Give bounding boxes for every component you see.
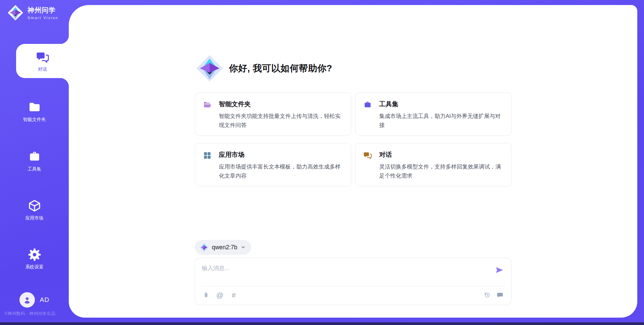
sidebar-item-label: 工具集 xyxy=(28,166,41,172)
card-title: 智能文件夹 xyxy=(219,100,343,109)
sidebar-item-smart-folder[interactable]: 智能文件夹 xyxy=(0,100,69,123)
card-title: 工具集 xyxy=(379,100,503,109)
model-name: qwen2:7b xyxy=(212,244,237,251)
user-name: AD xyxy=(40,296,49,304)
sidebar-item-label: 应用市场 xyxy=(25,215,44,221)
bottom-edge-strip xyxy=(0,322,644,325)
card-description: 集成市场上主流工具，助力AI与外界无缝扩展与对接 xyxy=(379,112,503,130)
app-logo-icon xyxy=(196,55,223,82)
card-title: 对话 xyxy=(379,150,503,159)
card-chat[interactable]: 对话 灵活切换多模型文件，支持多样回复效果调试，满足个性化需求 xyxy=(355,143,512,186)
hashtag-icon[interactable]: # xyxy=(230,291,237,299)
brand-subtitle: Smart Vision xyxy=(28,16,58,20)
history-icon[interactable] xyxy=(484,291,491,299)
chat-bubble-icon[interactable] xyxy=(496,291,504,299)
send-plane-icon xyxy=(495,265,504,275)
gear-icon xyxy=(27,247,42,262)
folder-open-icon xyxy=(203,101,212,109)
sidebar: 神州问学 Smart Vision 对话 智能文件夹 工具集 xyxy=(0,0,69,325)
sidebar-item-label: 智能文件夹 xyxy=(23,117,46,123)
card-title: 应用市场 xyxy=(219,150,343,159)
feature-cards: 智能文件夹 智能文件夹功能支持批量文件上传与清洗，轻松实现文件问答 工具集 集成… xyxy=(195,92,512,186)
sidebar-item-label: 系统设置 xyxy=(25,264,44,270)
copyright-footer: ©神州数码 · 神州问学出品 xyxy=(4,311,55,317)
model-selector[interactable]: qwen2:7b xyxy=(195,240,252,255)
composer-divider xyxy=(201,286,505,286)
greeting: 你好, 我可以如何帮助你? xyxy=(195,55,512,82)
card-description: 智能文件夹功能支持批量文件上传与清洗，轻松实现文件问答 xyxy=(219,112,343,130)
brand-logo-icon xyxy=(7,5,23,21)
card-smart-folder[interactable]: 智能文件夹 智能文件夹功能支持批量文件上传与清洗，轻松实现文件问答 xyxy=(195,92,351,136)
chat-bubbles-icon xyxy=(35,50,50,65)
mention-icon[interactable]: @ xyxy=(216,291,224,299)
greeting-text: 你好, 我可以如何帮助你? xyxy=(229,62,332,74)
user-profile[interactable]: AD xyxy=(0,292,69,308)
person-icon xyxy=(22,295,32,305)
brand: 神州问学 Smart Vision xyxy=(7,5,58,21)
briefcase-icon xyxy=(27,149,42,164)
apps-grid-icon xyxy=(203,151,212,160)
model-logo-icon xyxy=(200,243,209,252)
avatar xyxy=(19,292,35,308)
chevron-down-icon xyxy=(240,245,246,250)
card-description: 灵活切换多模型文件，支持多样回复效果调试，满足个性化需求 xyxy=(379,162,503,180)
briefcase-icon xyxy=(363,101,372,109)
sidebar-item-toolset[interactable]: 工具集 xyxy=(0,149,69,172)
chat-bubbles-icon xyxy=(363,151,372,160)
composer: @ # xyxy=(195,258,512,305)
main-panel: 你好, 我可以如何帮助你? 智能文件夹 智能文件夹功能支持批量文件上传与清洗，轻… xyxy=(69,5,637,318)
sidebar-item-app-market[interactable]: 应用市场 xyxy=(0,198,69,221)
card-description: 应用市场提供丰富长文本模板，助力高效生成多样化文章内容 xyxy=(219,162,343,180)
sidebar-item-label: 对话 xyxy=(38,66,47,72)
cube-icon xyxy=(27,198,42,213)
card-app-market[interactable]: 应用市场 应用市场提供丰富长文本模板，助力高效生成多样化文章内容 xyxy=(195,143,351,186)
send-button[interactable] xyxy=(494,265,504,275)
card-toolset[interactable]: 工具集 集成市场上主流工具，助力AI与外界无缝扩展与对接 xyxy=(355,92,512,136)
folder-icon xyxy=(27,100,42,115)
message-input[interactable] xyxy=(195,258,481,285)
attachment-icon[interactable] xyxy=(203,291,210,299)
sidebar-item-settings[interactable]: 系统设置 xyxy=(0,247,69,270)
sidebar-item-chat[interactable]: 对话 xyxy=(16,44,69,78)
brand-name: 神州问学 xyxy=(28,6,58,15)
